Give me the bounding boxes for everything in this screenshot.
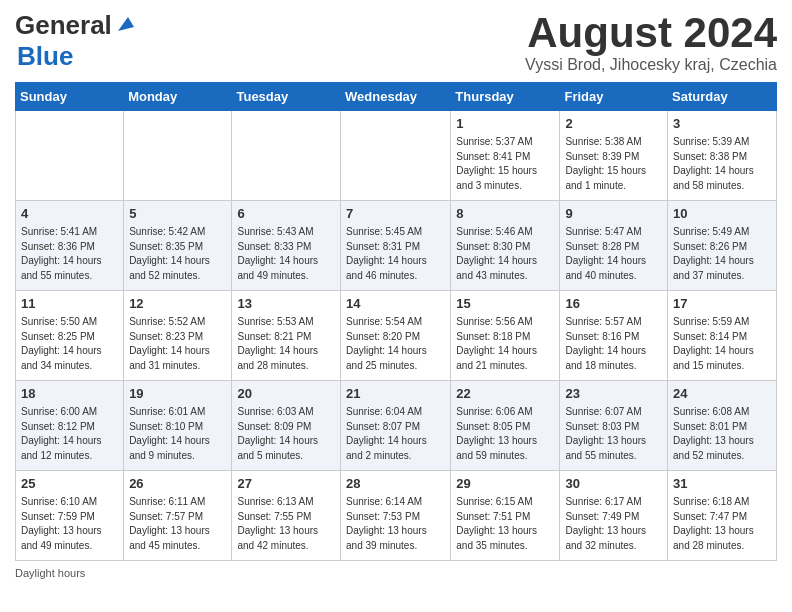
day-info: Sunrise: 5:59 AM Sunset: 8:14 PM Dayligh… [673,315,771,373]
day-info: Sunrise: 6:14 AM Sunset: 7:53 PM Dayligh… [346,495,445,553]
calendar-cell [16,111,124,201]
calendar-cell: 25Sunrise: 6:10 AM Sunset: 7:59 PM Dayli… [16,471,124,561]
location-title: Vyssi Brod, Jihocesky kraj, Czechia [525,56,777,74]
calendar-cell: 30Sunrise: 6:17 AM Sunset: 7:49 PM Dayli… [560,471,668,561]
calendar-row-2: 4Sunrise: 5:41 AM Sunset: 8:36 PM Daylig… [16,201,777,291]
calendar-cell: 4Sunrise: 5:41 AM Sunset: 8:36 PM Daylig… [16,201,124,291]
day-info: Sunrise: 6:04 AM Sunset: 8:07 PM Dayligh… [346,405,445,463]
calendar-cell [124,111,232,201]
day-number: 8 [456,205,554,223]
column-header-thursday: Thursday [451,83,560,111]
day-info: Sunrise: 6:11 AM Sunset: 7:57 PM Dayligh… [129,495,226,553]
calendar-cell: 17Sunrise: 5:59 AM Sunset: 8:14 PM Dayli… [668,291,777,381]
day-number: 11 [21,295,118,313]
calendar-cell: 7Sunrise: 5:45 AM Sunset: 8:31 PM Daylig… [341,201,451,291]
day-info: Sunrise: 5:54 AM Sunset: 8:20 PM Dayligh… [346,315,445,373]
day-number: 29 [456,475,554,493]
day-number: 22 [456,385,554,403]
day-number: 1 [456,115,554,133]
day-number: 18 [21,385,118,403]
calendar-cell: 8Sunrise: 5:46 AM Sunset: 8:30 PM Daylig… [451,201,560,291]
calendar-cell: 9Sunrise: 5:47 AM Sunset: 8:28 PM Daylig… [560,201,668,291]
column-header-saturday: Saturday [668,83,777,111]
calendar-table: SundayMondayTuesdayWednesdayThursdayFrid… [15,82,777,561]
day-number: 5 [129,205,226,223]
day-number: 6 [237,205,335,223]
day-number: 20 [237,385,335,403]
calendar-row-3: 11Sunrise: 5:50 AM Sunset: 8:25 PM Dayli… [16,291,777,381]
calendar-cell: 16Sunrise: 5:57 AM Sunset: 8:16 PM Dayli… [560,291,668,381]
calendar-cell: 21Sunrise: 6:04 AM Sunset: 8:07 PM Dayli… [341,381,451,471]
calendar-cell: 31Sunrise: 6:18 AM Sunset: 7:47 PM Dayli… [668,471,777,561]
day-number: 30 [565,475,662,493]
header-row: SundayMondayTuesdayWednesdayThursdayFrid… [16,83,777,111]
calendar-cell [232,111,341,201]
day-number: 14 [346,295,445,313]
day-info: Sunrise: 6:17 AM Sunset: 7:49 PM Dayligh… [565,495,662,553]
day-info: Sunrise: 5:52 AM Sunset: 8:23 PM Dayligh… [129,315,226,373]
calendar-row-4: 18Sunrise: 6:00 AM Sunset: 8:12 PM Dayli… [16,381,777,471]
day-info: Sunrise: 5:49 AM Sunset: 8:26 PM Dayligh… [673,225,771,283]
day-number: 24 [673,385,771,403]
page-header: General Blue August 2024 Vyssi Brod, Jih… [15,10,777,74]
month-title: August 2024 [525,10,777,56]
day-info: Sunrise: 6:15 AM Sunset: 7:51 PM Dayligh… [456,495,554,553]
day-info: Sunrise: 5:43 AM Sunset: 8:33 PM Dayligh… [237,225,335,283]
day-number: 27 [237,475,335,493]
day-number: 23 [565,385,662,403]
day-info: Sunrise: 5:46 AM Sunset: 8:30 PM Dayligh… [456,225,554,283]
calendar-cell: 10Sunrise: 5:49 AM Sunset: 8:26 PM Dayli… [668,201,777,291]
logo: General Blue [15,10,136,72]
day-number: 9 [565,205,662,223]
day-info: Sunrise: 6:06 AM Sunset: 8:05 PM Dayligh… [456,405,554,463]
calendar-cell: 27Sunrise: 6:13 AM Sunset: 7:55 PM Dayli… [232,471,341,561]
calendar-cell: 22Sunrise: 6:06 AM Sunset: 8:05 PM Dayli… [451,381,560,471]
day-number: 2 [565,115,662,133]
column-header-monday: Monday [124,83,232,111]
calendar-cell: 19Sunrise: 6:01 AM Sunset: 8:10 PM Dayli… [124,381,232,471]
day-number: 7 [346,205,445,223]
day-info: Sunrise: 5:45 AM Sunset: 8:31 PM Dayligh… [346,225,445,283]
day-number: 31 [673,475,771,493]
calendar-cell: 28Sunrise: 6:14 AM Sunset: 7:53 PM Dayli… [341,471,451,561]
column-header-tuesday: Tuesday [232,83,341,111]
calendar-cell: 2Sunrise: 5:38 AM Sunset: 8:39 PM Daylig… [560,111,668,201]
day-info: Sunrise: 5:38 AM Sunset: 8:39 PM Dayligh… [565,135,662,193]
day-number: 26 [129,475,226,493]
calendar-cell: 23Sunrise: 6:07 AM Sunset: 8:03 PM Dayli… [560,381,668,471]
column-header-wednesday: Wednesday [341,83,451,111]
calendar-cell: 18Sunrise: 6:00 AM Sunset: 8:12 PM Dayli… [16,381,124,471]
calendar-cell: 14Sunrise: 5:54 AM Sunset: 8:20 PM Dayli… [341,291,451,381]
calendar-cell: 20Sunrise: 6:03 AM Sunset: 8:09 PM Dayli… [232,381,341,471]
day-number: 19 [129,385,226,403]
footer-note: Daylight hours [15,567,777,579]
logo-blue: Blue [17,41,73,71]
day-number: 17 [673,295,771,313]
day-number: 10 [673,205,771,223]
day-number: 28 [346,475,445,493]
day-info: Sunrise: 5:41 AM Sunset: 8:36 PM Dayligh… [21,225,118,283]
logo-icon [114,13,136,35]
day-info: Sunrise: 5:53 AM Sunset: 8:21 PM Dayligh… [237,315,335,373]
calendar-cell: 24Sunrise: 6:08 AM Sunset: 8:01 PM Dayli… [668,381,777,471]
day-info: Sunrise: 6:00 AM Sunset: 8:12 PM Dayligh… [21,405,118,463]
calendar-cell: 26Sunrise: 6:11 AM Sunset: 7:57 PM Dayli… [124,471,232,561]
day-number: 4 [21,205,118,223]
calendar-cell: 1Sunrise: 5:37 AM Sunset: 8:41 PM Daylig… [451,111,560,201]
day-number: 13 [237,295,335,313]
logo-general: General [15,10,112,41]
calendar-cell: 3Sunrise: 5:39 AM Sunset: 8:38 PM Daylig… [668,111,777,201]
day-number: 16 [565,295,662,313]
day-info: Sunrise: 6:10 AM Sunset: 7:59 PM Dayligh… [21,495,118,553]
day-number: 25 [21,475,118,493]
calendar-cell: 12Sunrise: 5:52 AM Sunset: 8:23 PM Dayli… [124,291,232,381]
calendar-cell: 15Sunrise: 5:56 AM Sunset: 8:18 PM Dayli… [451,291,560,381]
day-info: Sunrise: 6:07 AM Sunset: 8:03 PM Dayligh… [565,405,662,463]
day-info: Sunrise: 6:08 AM Sunset: 8:01 PM Dayligh… [673,405,771,463]
day-info: Sunrise: 6:13 AM Sunset: 7:55 PM Dayligh… [237,495,335,553]
day-number: 21 [346,385,445,403]
svg-marker-0 [118,17,134,31]
day-number: 15 [456,295,554,313]
day-info: Sunrise: 5:56 AM Sunset: 8:18 PM Dayligh… [456,315,554,373]
day-info: Sunrise: 5:50 AM Sunset: 8:25 PM Dayligh… [21,315,118,373]
